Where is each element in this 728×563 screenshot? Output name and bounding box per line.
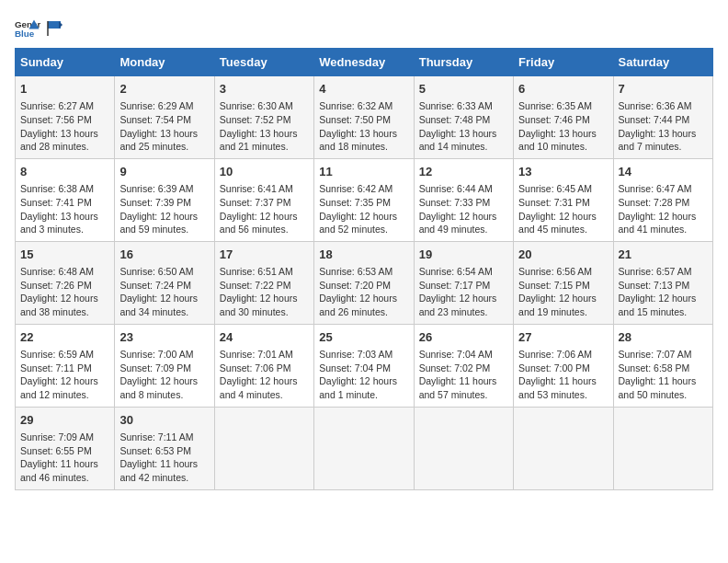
day-cell: 5Sunrise: 6:33 AM Sunset: 7:48 PM Daylig… xyxy=(414,76,513,159)
day-info: Sunrise: 7:06 AM Sunset: 7:00 PM Dayligh… xyxy=(518,348,608,402)
day-number: 19 xyxy=(419,247,508,263)
header-saturday: Saturday xyxy=(613,49,712,76)
day-number: 14 xyxy=(619,164,708,180)
day-number: 26 xyxy=(419,329,508,346)
day-cell xyxy=(314,407,414,489)
day-cell: 11Sunrise: 6:42 AM Sunset: 7:35 PM Dayli… xyxy=(314,158,414,241)
week-row-2: 8Sunrise: 6:38 AM Sunset: 7:41 PM Daylig… xyxy=(16,158,713,241)
day-info: Sunrise: 7:01 AM Sunset: 7:06 PM Dayligh… xyxy=(220,348,309,402)
logo-flag-icon xyxy=(46,19,63,36)
day-info: Sunrise: 6:57 AM Sunset: 7:13 PM Dayligh… xyxy=(619,265,708,319)
day-cell: 24Sunrise: 7:01 AM Sunset: 7:06 PM Dayli… xyxy=(214,324,313,407)
day-info: Sunrise: 7:07 AM Sunset: 6:58 PM Dayligh… xyxy=(619,348,708,402)
day-info: Sunrise: 6:35 AM Sunset: 7:46 PM Dayligh… xyxy=(518,99,608,154)
day-cell: 21Sunrise: 6:57 AM Sunset: 7:13 PM Dayli… xyxy=(613,241,712,324)
day-number: 11 xyxy=(319,164,408,180)
day-cell: 14Sunrise: 6:47 AM Sunset: 7:28 PM Dayli… xyxy=(613,158,712,241)
day-number: 22 xyxy=(20,329,109,346)
day-info: Sunrise: 7:11 AM Sunset: 6:53 PM Dayligh… xyxy=(119,431,209,485)
day-cell: 27Sunrise: 7:06 AM Sunset: 7:00 PM Dayli… xyxy=(514,324,613,407)
header-monday: Monday xyxy=(115,49,214,76)
day-cell xyxy=(214,407,313,489)
week-row-3: 15Sunrise: 6:48 AM Sunset: 7:26 PM Dayli… xyxy=(16,241,713,324)
day-number: 20 xyxy=(518,247,608,263)
day-info: Sunrise: 6:48 AM Sunset: 7:26 PM Dayligh… xyxy=(20,265,109,319)
header-friday: Friday xyxy=(514,49,613,76)
day-number: 23 xyxy=(119,329,209,346)
week-row-5: 29Sunrise: 7:09 AM Sunset: 6:55 PM Dayli… xyxy=(16,407,713,489)
svg-text:Blue: Blue xyxy=(15,29,35,39)
day-number: 2 xyxy=(119,81,209,98)
day-number: 12 xyxy=(419,164,508,180)
day-number: 18 xyxy=(319,247,408,263)
day-number: 30 xyxy=(119,412,209,429)
day-number: 25 xyxy=(319,329,408,346)
day-info: Sunrise: 6:30 AM Sunset: 7:52 PM Dayligh… xyxy=(220,99,309,154)
page-header: General Blue xyxy=(15,15,713,40)
day-info: Sunrise: 6:56 AM Sunset: 7:15 PM Dayligh… xyxy=(518,265,608,319)
day-number: 3 xyxy=(220,81,309,98)
day-info: Sunrise: 6:27 AM Sunset: 7:56 PM Dayligh… xyxy=(20,99,109,154)
day-number: 21 xyxy=(619,247,708,263)
day-cell: 8Sunrise: 6:38 AM Sunset: 7:41 PM Daylig… xyxy=(16,158,115,241)
day-cell: 20Sunrise: 6:56 AM Sunset: 7:15 PM Dayli… xyxy=(514,241,613,324)
day-number: 29 xyxy=(20,412,109,429)
day-cell xyxy=(514,407,613,489)
day-info: Sunrise: 6:32 AM Sunset: 7:50 PM Dayligh… xyxy=(319,99,408,154)
day-info: Sunrise: 6:53 AM Sunset: 7:20 PM Dayligh… xyxy=(319,265,408,319)
logo-icon: General Blue xyxy=(15,15,40,40)
day-number: 27 xyxy=(518,329,608,346)
day-cell: 9Sunrise: 6:39 AM Sunset: 7:39 PM Daylig… xyxy=(115,158,214,241)
day-cell: 28Sunrise: 7:07 AM Sunset: 6:58 PM Dayli… xyxy=(613,324,712,407)
day-cell: 1Sunrise: 6:27 AM Sunset: 7:56 PM Daylig… xyxy=(16,76,115,159)
day-info: Sunrise: 6:47 AM Sunset: 7:28 PM Dayligh… xyxy=(619,182,708,236)
day-cell: 29Sunrise: 7:09 AM Sunset: 6:55 PM Dayli… xyxy=(16,407,115,489)
day-info: Sunrise: 6:41 AM Sunset: 7:37 PM Dayligh… xyxy=(220,182,309,236)
day-number: 6 xyxy=(518,81,608,98)
day-cell: 26Sunrise: 7:04 AM Sunset: 7:02 PM Dayli… xyxy=(414,324,513,407)
day-info: Sunrise: 7:00 AM Sunset: 7:09 PM Dayligh… xyxy=(119,348,209,402)
day-info: Sunrise: 6:51 AM Sunset: 7:22 PM Dayligh… xyxy=(220,265,309,319)
header-sunday: Sunday xyxy=(16,49,115,76)
day-cell: 13Sunrise: 6:45 AM Sunset: 7:31 PM Dayli… xyxy=(514,158,613,241)
day-number: 7 xyxy=(619,81,708,98)
day-cell: 23Sunrise: 7:00 AM Sunset: 7:09 PM Dayli… xyxy=(115,324,214,407)
logo: General Blue xyxy=(15,15,63,40)
day-info: Sunrise: 6:44 AM Sunset: 7:33 PM Dayligh… xyxy=(419,182,508,236)
day-info: Sunrise: 7:09 AM Sunset: 6:55 PM Dayligh… xyxy=(20,431,109,485)
day-cell: 7Sunrise: 6:36 AM Sunset: 7:44 PM Daylig… xyxy=(613,76,712,159)
header-tuesday: Tuesday xyxy=(214,49,313,76)
day-cell: 4Sunrise: 6:32 AM Sunset: 7:50 PM Daylig… xyxy=(314,76,414,159)
day-cell: 17Sunrise: 6:51 AM Sunset: 7:22 PM Dayli… xyxy=(214,241,313,324)
day-info: Sunrise: 6:45 AM Sunset: 7:31 PM Dayligh… xyxy=(518,182,608,236)
day-cell: 18Sunrise: 6:53 AM Sunset: 7:20 PM Dayli… xyxy=(314,241,414,324)
day-number: 28 xyxy=(619,329,708,346)
day-cell xyxy=(414,407,513,489)
day-number: 17 xyxy=(220,247,309,263)
day-cell: 6Sunrise: 6:35 AM Sunset: 7:46 PM Daylig… xyxy=(514,76,613,159)
day-number: 10 xyxy=(220,164,309,180)
calendar-table: SundayMondayTuesdayWednesdayThursdayFrid… xyxy=(15,48,713,490)
day-cell: 16Sunrise: 6:50 AM Sunset: 7:24 PM Dayli… xyxy=(115,241,214,324)
day-info: Sunrise: 7:03 AM Sunset: 7:04 PM Dayligh… xyxy=(319,348,408,402)
svg-marker-3 xyxy=(48,21,61,29)
day-info: Sunrise: 6:42 AM Sunset: 7:35 PM Dayligh… xyxy=(319,182,408,236)
day-cell: 15Sunrise: 6:48 AM Sunset: 7:26 PM Dayli… xyxy=(16,241,115,324)
day-cell: 30Sunrise: 7:11 AM Sunset: 6:53 PM Dayli… xyxy=(115,407,214,489)
day-cell: 25Sunrise: 7:03 AM Sunset: 7:04 PM Dayli… xyxy=(314,324,414,407)
day-cell: 22Sunrise: 6:59 AM Sunset: 7:11 PM Dayli… xyxy=(16,324,115,407)
day-number: 16 xyxy=(119,247,209,263)
day-cell: 3Sunrise: 6:30 AM Sunset: 7:52 PM Daylig… xyxy=(214,76,313,159)
day-number: 24 xyxy=(220,329,309,346)
day-cell: 10Sunrise: 6:41 AM Sunset: 7:37 PM Dayli… xyxy=(214,158,313,241)
day-number: 15 xyxy=(20,247,109,263)
header-row: SundayMondayTuesdayWednesdayThursdayFrid… xyxy=(16,49,713,76)
day-info: Sunrise: 6:38 AM Sunset: 7:41 PM Dayligh… xyxy=(20,182,109,236)
day-info: Sunrise: 6:39 AM Sunset: 7:39 PM Dayligh… xyxy=(119,182,209,236)
day-number: 8 xyxy=(20,164,109,180)
day-info: Sunrise: 6:36 AM Sunset: 7:44 PM Dayligh… xyxy=(619,99,708,154)
day-info: Sunrise: 6:50 AM Sunset: 7:24 PM Dayligh… xyxy=(119,265,209,319)
day-cell xyxy=(613,407,712,489)
day-info: Sunrise: 6:33 AM Sunset: 7:48 PM Dayligh… xyxy=(419,99,508,154)
day-cell: 19Sunrise: 6:54 AM Sunset: 7:17 PM Dayli… xyxy=(414,241,513,324)
